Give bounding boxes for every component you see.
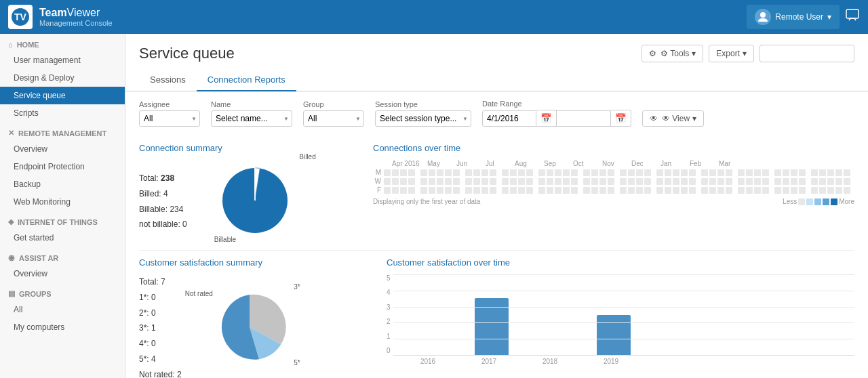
sidebar-item-backup[interactable]: Backup — [0, 175, 125, 193]
heatmap-cell — [644, 178, 651, 185]
heatmap-cell — [819, 169, 826, 176]
date-from-input[interactable] — [482, 110, 536, 127]
heatmap-cell — [583, 169, 590, 176]
sidebar-header-assist[interactable]: ◉ ASSIST AR — [0, 247, 125, 265]
heatmap-cell — [502, 178, 509, 185]
heatmap-cell — [656, 187, 663, 194]
heatmap-cell — [465, 187, 472, 194]
name-select[interactable]: Select name... — [211, 110, 292, 127]
assignee-select[interactable]: All — [139, 110, 200, 127]
heatmap-cell — [774, 178, 781, 185]
heatmap-cell — [738, 169, 745, 176]
sidebar-item-my-computers[interactable]: My computers — [0, 318, 125, 336]
csat-layout: Total: 7 1*: 0 2*: 0 — [139, 274, 373, 378]
sidebar-item-overview-assist[interactable]: Overview — [0, 265, 125, 282]
heatmap-cell — [445, 187, 452, 194]
csat-5star: 5*: 4 — [139, 352, 182, 367]
csat-pie-svg — [209, 287, 290, 368]
session-type-label: Session type — [375, 100, 471, 108]
sidebar-item-web-monitoring[interactable]: Web Monitoring — [0, 193, 125, 211]
heatmap-cell — [783, 169, 789, 176]
sidebar-header-iot[interactable]: ◈ INTERNET OF THINGS — [0, 211, 125, 229]
heatmap-cell — [673, 178, 679, 185]
heatmap-cell — [844, 187, 850, 194]
heatmap-cell — [599, 187, 606, 194]
heatmap-cell — [591, 178, 598, 185]
app-header: TV TeamViewer Management Console Remote … — [0, 0, 868, 34]
heatmap-cell — [762, 178, 769, 185]
sidebar-item-overview-remote[interactable]: Overview — [0, 140, 125, 158]
heatmap-cell — [392, 187, 399, 194]
date-range-inputs: 📅 📅 — [482, 110, 631, 127]
sidebar-item-user-management[interactable]: User management — [0, 51, 125, 69]
heatmap-cell — [473, 187, 480, 194]
heatmap-cell — [783, 178, 789, 185]
date-range-filter: Date Range 📅 📅 — [482, 100, 631, 127]
sidebar-header-groups[interactable]: ▤ GROUPS — [0, 282, 125, 301]
heatmap-cell — [437, 178, 443, 185]
heatmap-cell — [571, 178, 578, 185]
search-input[interactable] — [760, 45, 854, 62]
session-type-select[interactable]: Select session type... — [375, 110, 471, 127]
heatmap-cell — [665, 187, 671, 194]
csat-x-labels: 2016 2017 2018 2019 — [387, 356, 854, 365]
name-filter: Name Select name... — [211, 100, 292, 127]
tools-button[interactable]: ⚙ ⚙ Tools ▾ — [642, 45, 703, 62]
connection-summary-title: Connection summary — [139, 143, 359, 153]
group-label: Group — [303, 100, 364, 108]
csat-summary-section: Customer satisfaction summary Total: 7 1… — [139, 257, 373, 378]
section-divider-1 — [139, 250, 854, 251]
heatmap-cell — [429, 169, 435, 176]
heatmap-cell — [827, 187, 834, 194]
heatmap-cell — [738, 187, 745, 194]
csat-chart-inner — [393, 274, 854, 356]
heatmap-cell — [709, 187, 716, 194]
heatmap-cell — [591, 187, 598, 194]
heatmap-cell — [538, 187, 545, 194]
date-to-input[interactable] — [557, 110, 611, 127]
sidebar-item-design-deploy[interactable]: Design & Deploy — [0, 69, 125, 87]
toolbar-right: ⚙ ⚙ Tools ▾ Export ▾ — [642, 45, 854, 62]
date-from-picker[interactable]: 📅 — [536, 110, 557, 127]
sidebar-item-scripts[interactable]: Scripts — [0, 104, 125, 122]
group-select[interactable]: All — [303, 110, 364, 127]
heatmap-cell — [844, 178, 850, 185]
heatmap-cell — [384, 187, 391, 194]
svg-point-2 — [760, 12, 766, 18]
group-select-wrap: All — [303, 110, 364, 127]
heatmap-cell — [599, 169, 606, 176]
sidebar-item-service-queue[interactable]: Service queue — [0, 87, 125, 104]
heatmap-cell — [408, 178, 415, 185]
chat-icon[interactable] — [845, 8, 860, 26]
sidebar-item-endpoint-protection[interactable]: Endpoint Protection — [0, 158, 125, 175]
heatmap-cell — [689, 178, 696, 185]
connection-pie-chart: Billed Billable — [214, 160, 296, 243]
sidebar-header-remote[interactable]: ✕ REMOTE MANAGEMENT — [0, 122, 125, 140]
heatmap-cell — [689, 187, 696, 194]
session-type-select-wrap: Select session type... — [375, 110, 471, 127]
heatmap-cell — [608, 187, 614, 194]
heatmap-cell — [717, 169, 724, 176]
heatmap-cell — [628, 187, 635, 194]
date-to-picker[interactable]: 📅 — [611, 110, 631, 127]
view-button[interactable]: 👁 👁 View ▾ — [642, 110, 704, 127]
csat-3star-label: 3* — [294, 283, 300, 291]
heatmap-cell — [799, 187, 806, 194]
export-button[interactable]: Export ▾ — [709, 45, 754, 62]
csat-over-time-title: Customer satisfaction over time — [387, 257, 854, 268]
heatmap-cell — [717, 178, 724, 185]
teamviewer-logo-icon: TV — [11, 7, 30, 26]
heatmap-row-m: M — [373, 169, 854, 176]
heatmap-cell — [563, 178, 570, 185]
heatmap-cell — [547, 187, 553, 194]
sidebar-item-get-started[interactable]: Get started — [0, 229, 125, 247]
tab-connection-reports[interactable]: Connection Reports — [197, 69, 296, 91]
remote-user-button[interactable]: Remote User ▾ — [747, 5, 840, 29]
sidebar-header-home[interactable]: ⌂ HOME — [0, 34, 125, 51]
heatmap-cell — [608, 178, 614, 185]
session-type-filter: Session type Select session type... — [375, 100, 471, 127]
sidebar-item-all[interactable]: All — [0, 301, 125, 318]
heatmap-cell — [636, 187, 643, 194]
tab-sessions[interactable]: Sessions — [139, 69, 197, 91]
heatmap-cell — [465, 178, 472, 185]
